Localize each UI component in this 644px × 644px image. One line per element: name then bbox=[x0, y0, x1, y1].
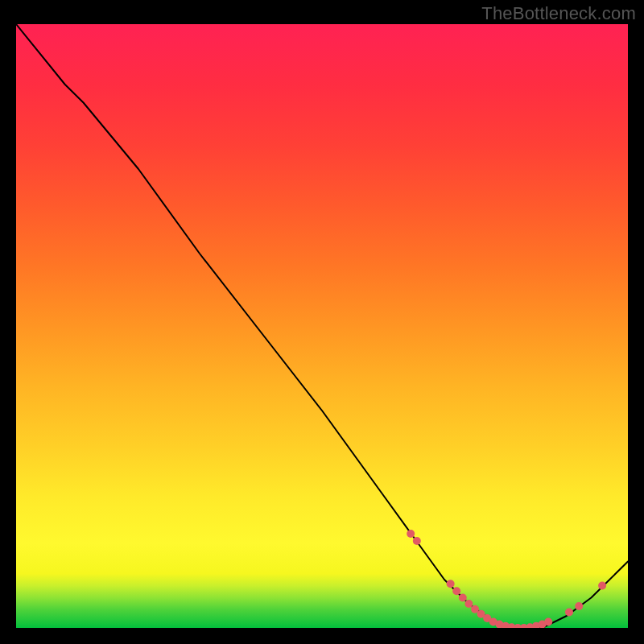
data-point bbox=[407, 530, 415, 538]
data-point bbox=[598, 582, 606, 590]
chart-frame: TheBottleneck.com bbox=[0, 0, 644, 644]
data-point bbox=[565, 609, 573, 617]
data-point bbox=[452, 587, 460, 595]
data-point bbox=[544, 618, 552, 626]
data-point bbox=[459, 594, 467, 602]
data-point bbox=[447, 580, 455, 588]
data-point bbox=[413, 537, 421, 545]
data-point bbox=[464, 600, 473, 608]
marker-series bbox=[16, 24, 628, 628]
watermark-text: TheBottleneck.com bbox=[481, 3, 636, 24]
data-point bbox=[575, 602, 583, 610]
plot-area bbox=[16, 24, 628, 628]
